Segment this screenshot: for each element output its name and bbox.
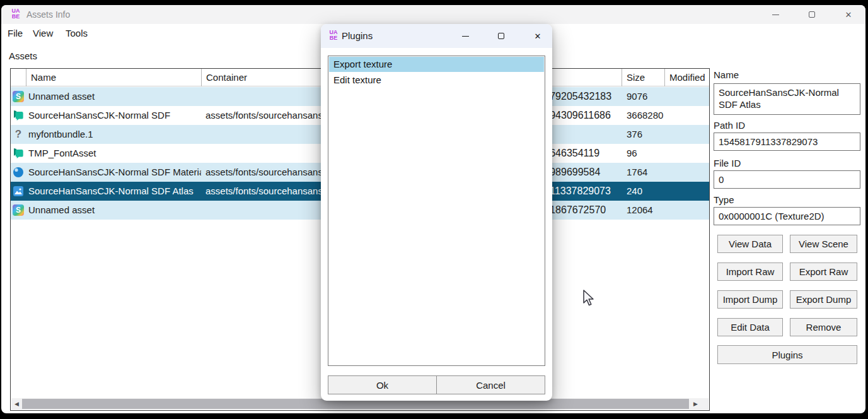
view-scene-button[interactable]: View Scene (790, 235, 857, 253)
row-name: SourceHanSansCJK-Normal SDF (26, 106, 201, 125)
column-header-size[interactable]: Size (622, 69, 664, 86)
import-dump-button[interactable]: Import Dump (717, 290, 783, 309)
row-modified (664, 87, 709, 106)
file-id-label: File ID (714, 158, 741, 168)
row-size: 240 (622, 182, 664, 201)
import-raw-button[interactable]: Import Raw (717, 263, 783, 281)
remove-button[interactable]: Remove (790, 318, 857, 336)
dialog-close-icon[interactable]: ✕ (524, 24, 552, 48)
row-name: myfontbundle.1 (26, 125, 201, 144)
row-name: Unnamed asset (26, 201, 201, 220)
type-label: Type (714, 194, 734, 205)
row-size: 9076 (622, 87, 664, 106)
dialog-minimize-icon[interactable] (451, 24, 479, 48)
type-field[interactable]: 0x0000001C (Texture2D) (714, 207, 860, 225)
assets-info-window: UABE Assets Info ✕ File View Tools Asset… (1, 5, 865, 413)
row-modified (664, 163, 709, 182)
row-size: 1764 (622, 163, 664, 182)
row-name: TMP_FontAsset (26, 144, 201, 163)
font-asset-icon (11, 144, 26, 163)
dialog-actions: Ok Cancel (328, 375, 545, 394)
maximize-icon[interactable] (797, 5, 826, 24)
plugin-list-item[interactable]: Export texture (329, 57, 544, 72)
mouse-cursor (581, 290, 595, 307)
row-size: 376 (622, 125, 664, 144)
close-icon[interactable]: ✕ (834, 5, 863, 24)
material-icon (11, 163, 26, 182)
plugin-list-item[interactable]: Edit texture (329, 73, 544, 88)
plugins-listbox: Export textureEdit texture (328, 56, 545, 366)
view-data-button[interactable]: View Data (717, 235, 783, 253)
shader-icon: S (11, 201, 26, 220)
menu-view[interactable]: View (28, 24, 58, 43)
scroll-left-icon[interactable]: ◀ (11, 398, 22, 410)
export-raw-button[interactable]: Export Raw (790, 263, 857, 281)
name-label: Name (714, 69, 739, 80)
row-modified (664, 106, 709, 125)
question-icon: ? (11, 125, 26, 144)
texture-icon (11, 182, 26, 201)
menu-file[interactable]: File (3, 24, 28, 43)
column-header-modified[interactable]: Modified (664, 69, 709, 86)
path-id-field[interactable]: 1545817911337829073 (714, 133, 860, 151)
row-size: 3668280 (622, 106, 664, 125)
menu-tools[interactable]: Tools (61, 24, 93, 43)
plugins-button[interactable]: Plugins (717, 345, 857, 364)
scroll-right-icon[interactable]: ▶ (690, 398, 701, 410)
dialog-titlebar[interactable]: UABE Plugins ✕ (321, 24, 552, 48)
export-dump-button[interactable]: Export Dump (790, 290, 857, 309)
row-modified (664, 125, 709, 144)
path-id-label: Path ID (714, 120, 745, 131)
minimize-icon[interactable] (761, 5, 790, 24)
shader-icon: S (11, 87, 26, 106)
font-asset-icon (11, 106, 26, 125)
dialog-maximize-icon[interactable] (487, 24, 515, 48)
row-modified (664, 144, 709, 163)
row-size: 12064 (622, 201, 664, 220)
titlebar[interactable]: UABE Assets Info ✕ (1, 5, 865, 24)
edit-data-button[interactable]: Edit Data (717, 318, 783, 336)
row-modified (664, 201, 709, 220)
assets-section-label: Assets (9, 50, 37, 61)
file-id-field[interactable]: 0 (714, 170, 860, 189)
row-size: 96 (622, 144, 664, 163)
row-name: SourceHanSansCJK-Normal SDF Material (26, 163, 201, 182)
name-field[interactable]: SourceHanSansCJK-Normal SDF Atlas (714, 83, 860, 115)
plugins-dialog: UABE Plugins ✕ Export textureEdit textur… (321, 24, 552, 401)
ok-button[interactable]: Ok (328, 376, 437, 394)
row-name: Unnamed asset (26, 87, 201, 106)
row-modified (664, 182, 709, 201)
dialog-title: Plugins (342, 24, 373, 48)
uabe-logo-icon: UABE (327, 30, 340, 42)
window-title: Assets Info (26, 5, 70, 24)
cancel-button[interactable]: Cancel (437, 376, 545, 394)
column-header-name[interactable]: Name (26, 69, 201, 86)
row-name: SourceHanSansCJK-Normal SDF Atlas (26, 182, 201, 201)
uabe-logo-icon: UABE (9, 8, 22, 21)
